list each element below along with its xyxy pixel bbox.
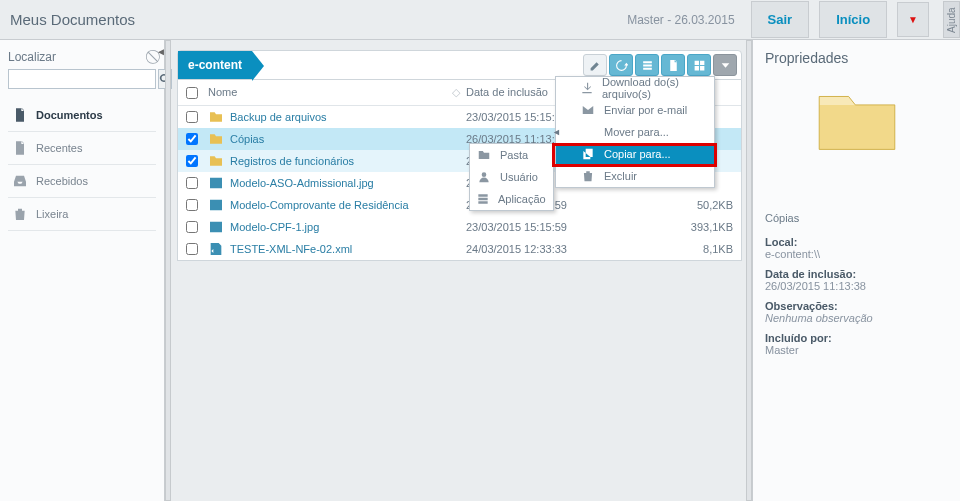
user-icon xyxy=(476,170,492,184)
mail-icon xyxy=(580,103,596,117)
prop-obs-label: Observações: xyxy=(765,300,948,312)
menu-item[interactable]: ◄Mover para... xyxy=(556,121,714,143)
user-label: Master - 26.03.2015 xyxy=(627,13,734,27)
file-name-link[interactable]: Backup de arquivos xyxy=(230,111,327,123)
nav-item-3[interactable]: Lixeira xyxy=(8,198,156,231)
folder-icon xyxy=(476,148,492,162)
file-row[interactable]: Modelo-Comprovante de Residência23/03/20… xyxy=(178,194,741,216)
search-input[interactable] xyxy=(8,69,156,89)
trash-icon xyxy=(580,169,596,183)
row-checkbox[interactable] xyxy=(186,111,198,123)
view-detail-button[interactable] xyxy=(661,54,685,76)
right-resizer[interactable] xyxy=(746,40,752,501)
help-tab[interactable]: Ajuda xyxy=(943,1,960,38)
file-name-link[interactable]: Registros de funcionários xyxy=(230,155,354,167)
prop-obs-value: Nenhuma observação xyxy=(765,312,948,324)
file-row[interactable]: Modelo-CPF-1.jpg23/03/2015 15:15:59393,1… xyxy=(178,216,741,238)
row-checkbox[interactable] xyxy=(186,133,198,145)
breadcrumb[interactable]: e-content xyxy=(178,51,252,79)
inbox-icon xyxy=(12,172,28,190)
home-button[interactable]: Início xyxy=(819,1,887,38)
row-checkbox[interactable] xyxy=(186,199,198,211)
select-all-checkbox[interactable] xyxy=(186,87,198,99)
trash-icon xyxy=(12,205,28,223)
menu-item[interactable]: Excluir xyxy=(556,165,714,187)
nav-label: Recentes xyxy=(36,142,82,154)
refresh-button[interactable] xyxy=(609,54,633,76)
menu-item[interactable]: Enviar por e-mail xyxy=(556,99,714,121)
submenu-item[interactable]: Pasta xyxy=(470,144,553,166)
file-name-link[interactable]: Cópias xyxy=(230,133,264,145)
menu-item[interactable]: Download do(s) arquivo(s) xyxy=(556,77,714,99)
nav-label: Recebidos xyxy=(36,175,88,187)
submenu-item[interactable]: Usuário xyxy=(470,166,553,188)
submenu-arrow-icon: ◄ xyxy=(552,127,561,137)
prop-item-name: Cópias xyxy=(765,212,948,224)
logout-button[interactable]: Sair xyxy=(751,1,810,38)
nav-item-1[interactable]: Recentes xyxy=(8,132,156,165)
copy-icon xyxy=(580,147,596,161)
row-size: 50,2KB xyxy=(676,199,741,211)
nav-item-0[interactable]: Documentos xyxy=(8,99,156,132)
app-icon xyxy=(476,192,490,206)
xml-icon xyxy=(208,241,224,257)
header-menu-button[interactable]: ▼ xyxy=(897,2,929,37)
nav-label: Documentos xyxy=(36,109,103,121)
row-checkbox[interactable] xyxy=(186,243,198,255)
doc-icon xyxy=(12,139,28,157)
menu-item[interactable]: Copiar para... xyxy=(556,143,714,165)
nav-label: Lixeira xyxy=(36,208,68,220)
file-name-link[interactable]: TESTE-XML-NFe-02.xml xyxy=(230,243,352,255)
row-size: 393,1KB xyxy=(676,221,741,233)
prop-date-label: Data de inclusão: xyxy=(765,268,948,280)
actions-menu: Download do(s) arquivo(s)Enviar por e-ma… xyxy=(555,76,715,188)
actions-menu-button[interactable] xyxy=(713,54,737,76)
prop-by-label: Incluído por: xyxy=(765,332,948,344)
row-checkbox[interactable] xyxy=(186,155,198,167)
file-name-link[interactable]: Modelo-CPF-1.jpg xyxy=(230,221,319,233)
download-icon xyxy=(580,81,594,95)
nav-item-2[interactable]: Recebidos xyxy=(8,165,156,198)
prop-local-label: Local: xyxy=(765,236,948,248)
view-grid-button[interactable] xyxy=(687,54,711,76)
edit-button[interactable] xyxy=(583,54,607,76)
row-date: 23/03/2015 15:15:59 xyxy=(466,221,596,233)
folder-large-icon xyxy=(815,84,899,156)
file-name-link[interactable]: Modelo-Comprovante de Residência xyxy=(230,199,409,211)
col-name[interactable]: Nome◇ xyxy=(206,86,466,99)
submenu-item[interactable]: Aplicação xyxy=(470,188,553,210)
row-checkbox[interactable] xyxy=(186,177,198,189)
doc-icon xyxy=(12,106,28,124)
row-size: 8,1KB xyxy=(676,243,741,255)
file-row[interactable]: TESTE-XML-NFe-02.xml24/03/2015 12:33:338… xyxy=(178,238,741,260)
share-submenu: PastaUsuárioAplicação xyxy=(469,143,554,211)
prop-date-value: 26/03/2015 11:13:38 xyxy=(765,280,948,292)
file-name-link[interactable]: Modelo-ASO-Admissional.jpg xyxy=(230,177,374,189)
page-title: Meus Documentos xyxy=(10,11,135,28)
prop-local-value: e-content:\\ xyxy=(765,248,948,260)
row-date: 24/03/2015 12:33:33 xyxy=(466,243,596,255)
properties-title: Propriedades xyxy=(765,50,948,66)
search-label: Localizar xyxy=(8,50,56,64)
view-list-button[interactable] xyxy=(635,54,659,76)
prop-by-value: Master xyxy=(765,344,948,356)
row-checkbox[interactable] xyxy=(186,221,198,233)
